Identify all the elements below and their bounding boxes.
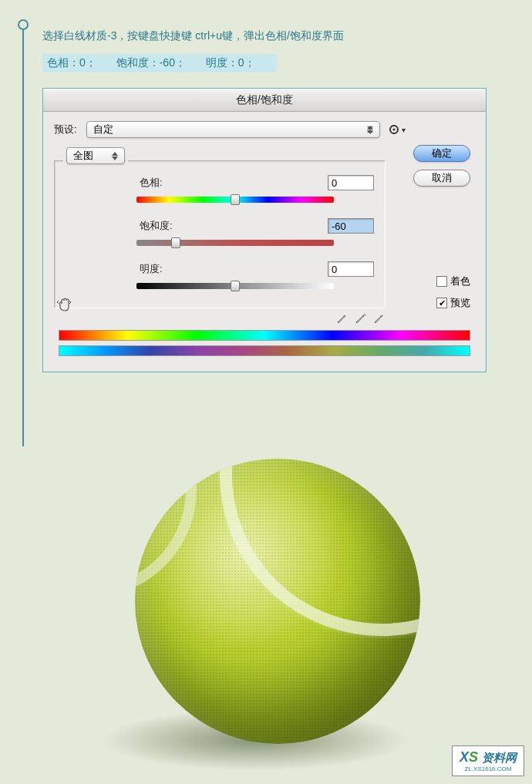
hue-thumb[interactable]: [231, 194, 240, 205]
ball-seam-2: [135, 459, 227, 628]
watermark-x: X: [460, 749, 469, 765]
dialog-title: 色相/饱和度: [43, 89, 486, 112]
svg-text:-: -: [382, 312, 384, 318]
saturation-gradient: [136, 240, 334, 246]
saturation-input[interactable]: [328, 218, 374, 234]
highlight-light: 明度：0；: [206, 56, 255, 69]
lightness-thumb[interactable]: [231, 281, 240, 291]
tennis-ball: [135, 459, 420, 744]
eyedropper-icon[interactable]: [335, 311, 348, 325]
watermark-url: ZL.XS1616.COM: [465, 765, 512, 772]
rail-marker: [18, 19, 29, 30]
eyedropper-subtract-icon[interactable]: -: [372, 311, 386, 325]
spectrum-after: [59, 345, 470, 356]
scope-value: 全图: [73, 149, 93, 163]
watermark-brand: 资料网: [482, 751, 517, 764]
highlight-sat: 饱和度：-60；: [116, 56, 186, 69]
tennis-ball-preview: [0, 432, 532, 779]
colorize-checkbox[interactable]: [436, 276, 447, 287]
preview-checkbox[interactable]: ✔: [436, 298, 447, 308]
eyedropper-add-icon[interactable]: +: [353, 311, 367, 325]
lightness-slider[interactable]: [136, 281, 334, 291]
hue-slider[interactable]: [136, 195, 334, 204]
preset-value: 自定: [93, 123, 113, 136]
rail-line: [22, 30, 24, 446]
watermark: XS 资料网 ZL.XS1616.COM: [452, 745, 524, 776]
spectrum-area: [59, 330, 470, 356]
saturation-label: 饱和度:: [140, 219, 194, 233]
colorize-label: 着色: [450, 274, 470, 288]
lightness-label: 明度:: [140, 262, 194, 276]
instruction-text: 选择白线材质-3，按键盘快捷键 ctrl+u键，弹出色相/饱和度界面: [42, 29, 532, 43]
hue-label: 色相:: [140, 176, 194, 190]
watermark-s: S: [469, 749, 478, 765]
preset-dropdown[interactable]: 自定: [86, 121, 380, 138]
sliders-panel: 色相: 饱和度:: [54, 160, 386, 308]
hue-input[interactable]: [328, 175, 374, 190]
preset-label: 预设:: [54, 123, 82, 136]
lightness-input[interactable]: [328, 261, 374, 277]
svg-point-1: [393, 129, 396, 131]
hand-tool-icon[interactable]: [54, 294, 76, 315]
ball-seam-1: [177, 459, 420, 678]
highlight-hue: 色相：0；: [47, 56, 96, 69]
spectrum-before: [59, 330, 470, 341]
gear-icon[interactable]: ▾: [388, 123, 406, 136]
svg-text:+: +: [363, 312, 366, 318]
parameter-highlight: 色相：0； 饱和度：-60； 明度：0；: [42, 54, 277, 72]
scope-dropdown[interactable]: 全图: [66, 147, 125, 164]
saturation-thumb[interactable]: [171, 237, 180, 248]
preview-label: 预览: [450, 296, 470, 310]
saturation-slider[interactable]: [136, 238, 334, 247]
hue-saturation-dialog: 色相/饱和度 预设: 自定 ▾ 确定 取消: [42, 88, 487, 372]
